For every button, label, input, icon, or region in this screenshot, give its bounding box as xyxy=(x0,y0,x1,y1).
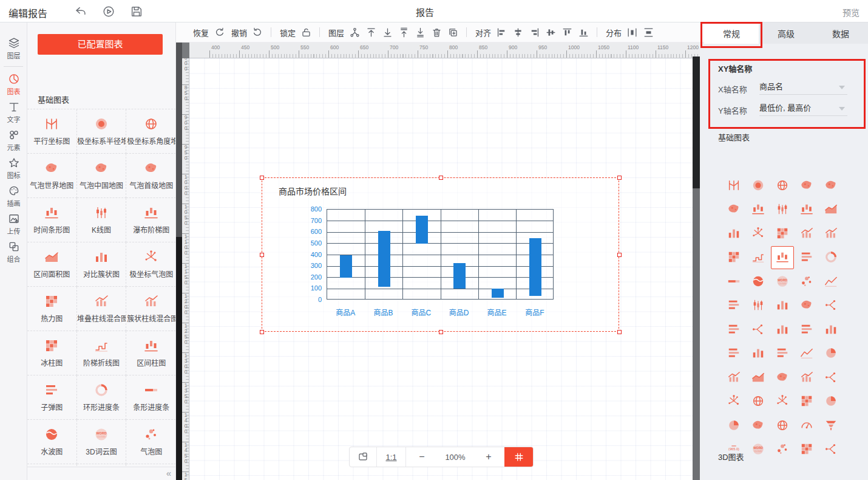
preview-button[interactable]: 预览 xyxy=(843,6,860,18)
rp-chart-icon-polar-radius-stacked[interactable] xyxy=(746,173,770,197)
sidebar-item-combine[interactable]: 组合 xyxy=(0,238,27,266)
rp-chart-icon-nested-pie[interactable] xyxy=(819,389,843,414)
chart-type-item[interactable]: 极坐标气泡图 xyxy=(126,242,176,287)
rp-chart-icon-scatter-cluster[interactable] xyxy=(770,437,795,462)
chart-type-item[interactable]: 热力图 xyxy=(27,287,77,331)
rp-chart-icon-waterfall-step[interactable] xyxy=(795,197,819,222)
chart-type-item[interactable]: 时间条形图 xyxy=(27,198,77,242)
rp-chart-icon-pie-chart[interactable] xyxy=(819,341,843,366)
rp-chart-icon-wordcloud-3d[interactable]: WORDCLOUD xyxy=(770,269,795,293)
rp-chart-icon-gantt[interactable] xyxy=(746,293,770,318)
rp-chart-icon-ring-progress[interactable] xyxy=(819,245,843,270)
lock-icon[interactable] xyxy=(300,27,312,38)
chart-type-item[interactable]: 子弹图 xyxy=(27,375,77,420)
chart-type-item[interactable]: 气泡世界地图 xyxy=(27,154,77,198)
rp-chart-icon-polygon-chart[interactable] xyxy=(722,413,746,437)
selection-handle[interactable] xyxy=(439,176,443,180)
chart-type-item[interactable]: 对比簇状图 xyxy=(77,242,127,287)
x-axis-select[interactable]: 商品名 xyxy=(759,80,847,95)
configured-charts-button[interactable]: 已配置图表 xyxy=(38,34,163,55)
share-icon[interactable] xyxy=(349,27,361,38)
rp-chart-icon-column-group[interactable] xyxy=(746,341,770,366)
range-bar[interactable] xyxy=(492,289,504,298)
rp-chart-icon-map-chart[interactable] xyxy=(770,365,795,389)
rp-chart-icon-icicle[interactable] xyxy=(722,245,746,270)
chart-type-item[interactable]: 水波图 xyxy=(27,420,77,464)
chart-type-item[interactable]: 瀑布阶梯图 xyxy=(126,198,176,242)
align-right-icon[interactable] xyxy=(529,27,540,38)
chart-type-item[interactable]: K线图 xyxy=(77,198,127,242)
align-center-h-icon[interactable] xyxy=(512,27,524,38)
rp-chart-icon-histogram[interactable] xyxy=(770,293,795,318)
chart-type-item[interactable]: 气泡首级地图 xyxy=(126,154,176,198)
rp-chart-icon-parallel-coordinates[interactable] xyxy=(722,173,746,197)
selection-handle[interactable] xyxy=(260,330,264,334)
range-bar[interactable] xyxy=(529,238,541,296)
play-circle-icon[interactable] xyxy=(102,5,115,18)
rp-chart-icon-bar-progress[interactable] xyxy=(722,269,746,293)
rp-chart-icon-arrow-tree[interactable] xyxy=(819,365,843,389)
rp-chart-icon-rose-chart[interactable] xyxy=(722,389,746,414)
rp-chart-icon-range-area[interactable] xyxy=(819,197,843,222)
rp-chart-icon-bullet[interactable] xyxy=(795,245,819,270)
rp-chart-icon-graph-line[interactable] xyxy=(819,269,843,293)
rp-chart-icon-k-line[interactable] xyxy=(770,197,795,222)
rp-chart-icon-column-stack[interactable] xyxy=(819,317,843,341)
rp-chart-icon-water-wave[interactable] xyxy=(746,269,770,293)
sidebar-item-palette[interactable]: 插画 xyxy=(0,182,27,210)
rp-chart-icon-node-flow[interactable] xyxy=(746,317,770,341)
sidebar-item-elements[interactable]: 元素 xyxy=(0,126,27,154)
chart-type-item[interactable]: 极坐标系半径堆叠 xyxy=(77,109,127,154)
rp-chart-icon-pictorial-cloud[interactable] xyxy=(795,293,819,318)
chart-type-item[interactable]: 冰柱图 xyxy=(27,331,77,375)
rp-chart-icon-stacked-hbar[interactable] xyxy=(722,293,746,318)
chart-type-item[interactable]: 平行坐标图 xyxy=(27,109,77,154)
rp-chart-icon-china-map[interactable] xyxy=(746,413,770,437)
rp-chart-icon-bubble-world-map[interactable] xyxy=(795,173,819,197)
save-icon[interactable] xyxy=(130,5,143,18)
tab-data[interactable]: 数据 xyxy=(813,22,868,44)
chart-type-item[interactable]: 区间面积图 xyxy=(27,242,77,287)
rp-chart-icon-bubble-province-map[interactable] xyxy=(722,197,746,222)
fwd-icon[interactable] xyxy=(365,27,377,38)
sidebar-item-upload[interactable]: 上传 xyxy=(0,210,27,238)
rp-chart-icon-funnel-chart[interactable] xyxy=(819,413,843,437)
tab-general[interactable]: 常规 xyxy=(704,22,759,44)
grid-toggle-icon[interactable] xyxy=(504,447,533,467)
rp-chart-icon-polar-bubble[interactable] xyxy=(746,221,770,245)
rp-chart-icon-polar-angle-stacked[interactable] xyxy=(770,173,795,197)
duplicate-icon[interactable] xyxy=(447,27,459,38)
selection-handle[interactable] xyxy=(617,176,622,180)
zoom-out-button[interactable]: − xyxy=(406,447,438,467)
selection-handle[interactable] xyxy=(439,330,443,334)
rp-chart-icon-stacked-area[interactable] xyxy=(746,365,770,389)
undo-icon[interactable] xyxy=(252,27,263,38)
rp-chart-icon-bubble[interactable] xyxy=(795,269,819,293)
chart-type-item[interactable]: 环形进度条 xyxy=(77,375,127,420)
rp-chart-icon-stacked-bar-line-mix[interactable] xyxy=(795,221,819,245)
rp-chart-icon-time-bar[interactable] xyxy=(746,197,770,222)
collapse-panel-icon[interactable]: « xyxy=(166,468,171,478)
rp-chart-icon-relation-tree[interactable] xyxy=(819,293,843,318)
left-scroll-strip[interactable] xyxy=(176,43,182,480)
chart-type-item[interactable]: WORDCLOUD 3D词云图 xyxy=(77,420,127,464)
selection-handle[interactable] xyxy=(260,253,264,257)
fit-screen-icon[interactable] xyxy=(350,447,377,467)
rp-chart-icon-hbar-group[interactable] xyxy=(770,341,795,366)
range-bar[interactable] xyxy=(453,263,466,289)
chart-type-item[interactable]: 气泡中国地图 xyxy=(77,154,127,198)
sidebar-item-layers[interactable]: 图层 xyxy=(0,35,27,63)
rp-chart-icon-hbar-stack[interactable] xyxy=(722,341,746,366)
sidebar-item-text[interactable]: 文字 xyxy=(0,98,27,126)
selection-handle[interactable] xyxy=(617,330,622,334)
distribute-h-icon[interactable] xyxy=(626,27,638,38)
rp-chart-icon-radar-chart[interactable] xyxy=(770,389,795,414)
align-bottom-icon[interactable] xyxy=(578,27,589,38)
right-scrollbar[interactable] xyxy=(693,57,700,480)
to-bottom-icon[interactable] xyxy=(415,27,426,38)
rp-chart-icon-range-column[interactable] xyxy=(770,245,795,270)
zoom-in-button[interactable]: + xyxy=(473,447,504,467)
align-top-icon[interactable] xyxy=(561,27,573,38)
chart-type-item[interactable]: 堆叠柱线混合图 xyxy=(77,287,127,331)
y-axis-select[interactable]: 最低价, 最高价 xyxy=(759,101,847,116)
